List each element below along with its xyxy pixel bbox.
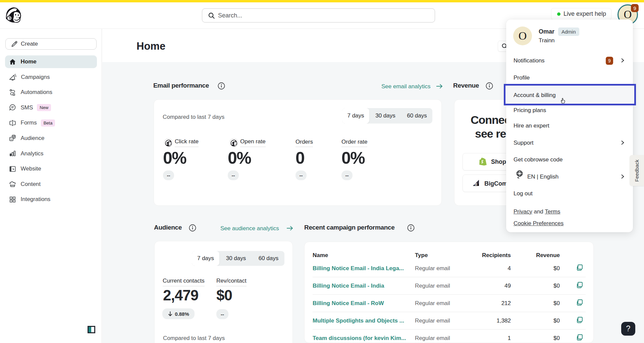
svg-text:B: B bbox=[475, 182, 477, 186]
